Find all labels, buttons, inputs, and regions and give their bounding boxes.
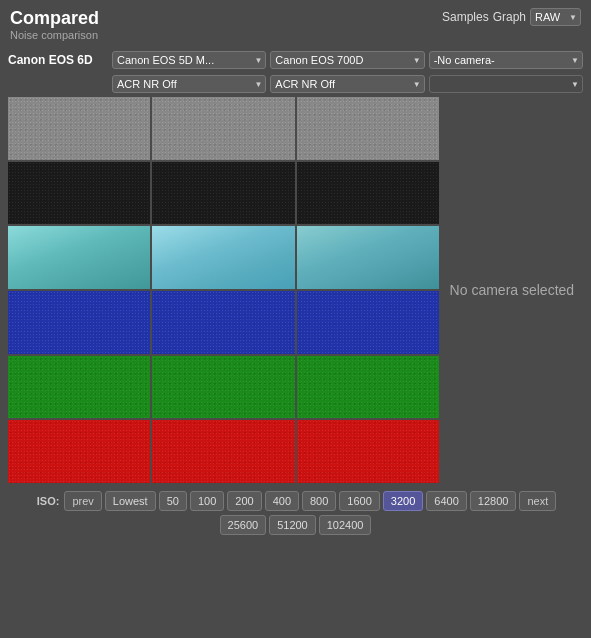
cell-2-5 <box>152 356 294 419</box>
iso-lowest-button[interactable]: Lowest <box>105 491 156 511</box>
grid-col-2 <box>152 97 294 483</box>
iso-102400-button[interactable]: 102400 <box>319 515 372 535</box>
samples-row: Samples Graph RAW JPEG <box>442 8 581 26</box>
no-camera-text: No camera selected <box>450 282 575 298</box>
iso-row2: 25600 51200 102400 <box>0 513 591 539</box>
raw-select-wrapper[interactable]: RAW JPEG <box>530 8 581 26</box>
iso-100-button[interactable]: 100 <box>190 491 224 511</box>
cell-2-1 <box>152 97 294 160</box>
graph-label: Graph <box>493 10 526 24</box>
cell-1-3 <box>8 226 150 289</box>
nr2-select[interactable]: ACR NR Off <box>270 75 424 93</box>
camera4-select-wrapper[interactable]: -No camera- <box>429 51 583 69</box>
camera4-select[interactable]: -No camera- <box>429 51 583 69</box>
cell-2-2 <box>152 162 294 225</box>
samples-graph-section: Samples Graph RAW JPEG <box>442 8 581 26</box>
cell-1-1 <box>8 97 150 160</box>
nr1-select-wrapper[interactable]: ACR NR Off <box>112 75 266 93</box>
camera3-select[interactable]: Canon EOS 700D -No camera- <box>270 51 424 69</box>
statue-img-1 <box>8 226 150 289</box>
iso-label: ISO: <box>35 495 62 507</box>
page-title: Compared <box>10 8 99 29</box>
nr1-select[interactable]: ACR NR Off <box>112 75 266 93</box>
iso-1600-button[interactable]: 1600 <box>339 491 379 511</box>
iso-prev-button[interactable]: prev <box>64 491 101 511</box>
iso-25600-button[interactable]: 25600 <box>220 515 267 535</box>
iso-next-button[interactable]: next <box>519 491 556 511</box>
camera1-label: Canon EOS 6D <box>8 53 108 67</box>
nr3-select[interactable] <box>429 75 583 93</box>
camera3-select-wrapper[interactable]: Canon EOS 700D -No camera- <box>270 51 424 69</box>
image-grid: No camera selected <box>0 95 591 485</box>
cell-1-2 <box>8 162 150 225</box>
page-subtitle: Noise comparison <box>10 29 99 41</box>
camera2-select-wrapper[interactable]: Canon EOS 5D M... -No camera- <box>112 51 266 69</box>
iso-3200-button[interactable]: 3200 <box>383 491 423 511</box>
iso-800-button[interactable]: 800 <box>302 491 336 511</box>
statue-img-2 <box>152 226 294 289</box>
cell-2-3 <box>152 226 294 289</box>
cell-3-6 <box>297 420 439 483</box>
iso-50-button[interactable]: 50 <box>159 491 187 511</box>
cell-3-3 <box>297 226 439 289</box>
cell-2-4 <box>152 291 294 354</box>
camera-row: Canon EOS 6D Canon EOS 5D M... -No camer… <box>0 47 591 73</box>
grid-col-3 <box>297 97 439 483</box>
samples-label: Samples <box>442 10 489 24</box>
cell-1-4 <box>8 291 150 354</box>
cell-3-2 <box>297 162 439 225</box>
iso-12800-button[interactable]: 12800 <box>470 491 517 511</box>
header: Compared Noise comparison Samples Graph … <box>0 0 591 47</box>
iso-200-button[interactable]: 200 <box>227 491 261 511</box>
cell-2-6 <box>152 420 294 483</box>
iso-400-button[interactable]: 400 <box>265 491 299 511</box>
iso-row: ISO: prev Lowest 50 100 200 400 800 1600… <box>0 485 591 513</box>
raw-select[interactable]: RAW JPEG <box>530 8 581 26</box>
nr3-select-wrapper[interactable] <box>429 75 583 93</box>
camera2-select[interactable]: Canon EOS 5D M... -No camera- <box>112 51 266 69</box>
header-left: Compared Noise comparison <box>10 8 99 41</box>
cell-3-4 <box>297 291 439 354</box>
cell-1-6 <box>8 420 150 483</box>
grid-col-4: No camera selected <box>441 97 583 483</box>
grid-col-1 <box>8 97 150 483</box>
iso-51200-button[interactable]: 51200 <box>269 515 316 535</box>
statue-img-3 <box>297 226 439 289</box>
header-right: Samples Graph RAW JPEG <box>442 8 581 26</box>
nr2-select-wrapper[interactable]: ACR NR Off <box>270 75 424 93</box>
cell-1-5 <box>8 356 150 419</box>
cell-3-5 <box>297 356 439 419</box>
cell-3-1 <box>297 97 439 160</box>
iso-6400-button[interactable]: 6400 <box>426 491 466 511</box>
nr-row: ACR NR Off ACR NR Off <box>0 73 591 95</box>
